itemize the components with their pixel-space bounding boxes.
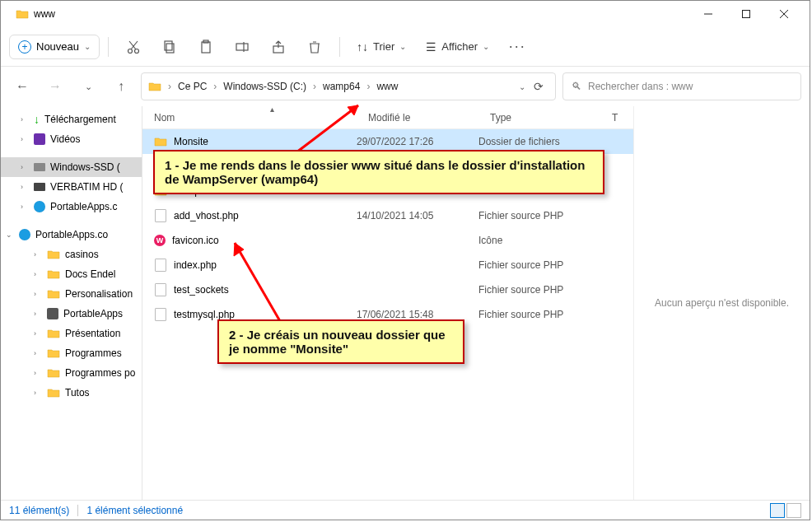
svg-rect-1: [743, 11, 750, 18]
share-icon[interactable]: [262, 32, 295, 62]
svg-rect-12: [236, 44, 248, 50]
annotation-2: 2 - Je créais un nouveau dossier que je …: [217, 319, 464, 364]
column-type[interactable]: Type: [478, 106, 600, 128]
sidebar-folder[interactable]: ›casinos: [1, 245, 142, 264]
column-header: ▴ Nom Modifié le Type T: [142, 106, 633, 129]
toolbar: + Nouveau ⌄ ↑↓ Trier ⌄ ☰ Afficher ⌄ ···: [1, 27, 810, 67]
preview-text: Aucun aperçu n'est disponible.: [655, 297, 789, 309]
sort-button[interactable]: ↑↓ Trier ⌄: [348, 35, 414, 58]
sidebar: ›↓Téléchargement›Vidéos ›Windows-SSD (›V…: [1, 106, 142, 500]
refresh-icon[interactable]: ⟳: [529, 80, 548, 93]
delete-icon[interactable]: [298, 32, 331, 62]
close-button[interactable]: [765, 1, 803, 27]
up-button[interactable]: ↑: [108, 73, 134, 100]
sidebar-folder[interactable]: ›PortableApps: [1, 304, 142, 324]
rename-icon[interactable]: [226, 32, 259, 62]
svg-line-7: [129, 41, 136, 49]
column-size[interactable]: T: [600, 106, 633, 128]
maximize-button[interactable]: [727, 1, 765, 27]
address-bar: ← → ⌄ ↑ › Ce PC› Windows-SSD (C:)› wamp6…: [1, 67, 810, 106]
sidebar-folder[interactable]: ›Présentation: [1, 324, 142, 343]
paste-icon[interactable]: [189, 32, 222, 62]
breadcrumb[interactable]: › Ce PC› Windows-SSD (C:)› wamp64› www ⌄…: [141, 72, 556, 100]
svg-rect-10: [202, 42, 210, 53]
status-selected: 1 élément sélectionné: [86, 505, 183, 516]
sidebar-folder[interactable]: ›Docs Endel: [1, 264, 142, 284]
back-button[interactable]: ←: [9, 73, 35, 100]
svg-rect-8: [166, 44, 174, 53]
sidebar-folder[interactable]: ›Programmes: [1, 343, 142, 363]
sidebar-item[interactable]: ›↓Téléchargement: [1, 110, 142, 129]
search-input[interactable]: 🔍︎ Rechercher dans : www: [562, 72, 801, 100]
new-button-label: Nouveau: [36, 40, 79, 53]
svg-line-17: [235, 243, 280, 321]
table-row[interactable]: add_vhost.php14/10/2021 14:05Fichier sou…: [142, 203, 633, 228]
svg-point-4: [128, 49, 133, 53]
svg-rect-9: [165, 41, 172, 50]
preview-pane: Aucun aperçu n'est disponible.: [633, 106, 810, 500]
window-tab[interactable]: www: [7, 5, 63, 23]
svg-line-6: [131, 41, 138, 49]
svg-point-5: [135, 49, 139, 53]
copy-icon[interactable]: [153, 32, 186, 62]
sidebar-folder[interactable]: ›Programmes po: [1, 363, 142, 383]
minimize-button[interactable]: [689, 1, 727, 27]
table-row[interactable]: index.phpFichier source PHP: [142, 253, 633, 277]
annotation-1: 1 - Je me rends dans le dossier www situ…: [153, 150, 604, 194]
view-details-icon[interactable]: [770, 503, 785, 518]
sidebar-item[interactable]: ›Vidéos: [1, 129, 142, 149]
sidebar-item-portableapps[interactable]: ⌄ PortableApps.co: [1, 225, 142, 245]
view-button[interactable]: ☰ Afficher ⌄: [418, 35, 497, 58]
status-count: 11 élément(s): [9, 505, 69, 516]
search-icon: 🔍︎: [572, 81, 581, 92]
sidebar-drive[interactable]: ›PortableApps.c: [1, 197, 142, 217]
view-large-icon[interactable]: [786, 503, 801, 518]
arrow-2: [222, 235, 305, 329]
table-row[interactable]: test_socketsFichier source PHP: [142, 277, 633, 302]
svg-line-15: [296, 105, 358, 152]
sidebar-folder[interactable]: ›Personalisation: [1, 284, 142, 304]
title-bar: www: [1, 1, 810, 27]
sidebar-drive[interactable]: ›VERBATIM HD (: [1, 177, 142, 197]
sidebar-drive[interactable]: ›Windows-SSD (: [1, 157, 142, 177]
new-button[interactable]: + Nouveau ⌄: [9, 35, 100, 59]
forward-button[interactable]: →: [42, 73, 68, 100]
cut-icon[interactable]: [117, 32, 150, 62]
recent-button[interactable]: ⌄: [75, 73, 101, 100]
table-row[interactable]: Wfavicon.icoIcône: [142, 228, 633, 253]
status-bar: 11 élément(s) 1 élément sélectionné: [1, 500, 810, 520]
sidebar-folder[interactable]: ›Tutos: [1, 383, 142, 403]
window-title: www: [34, 8, 55, 20]
column-modified[interactable]: Modifié le: [357, 106, 478, 128]
more-icon[interactable]: ···: [501, 32, 534, 62]
